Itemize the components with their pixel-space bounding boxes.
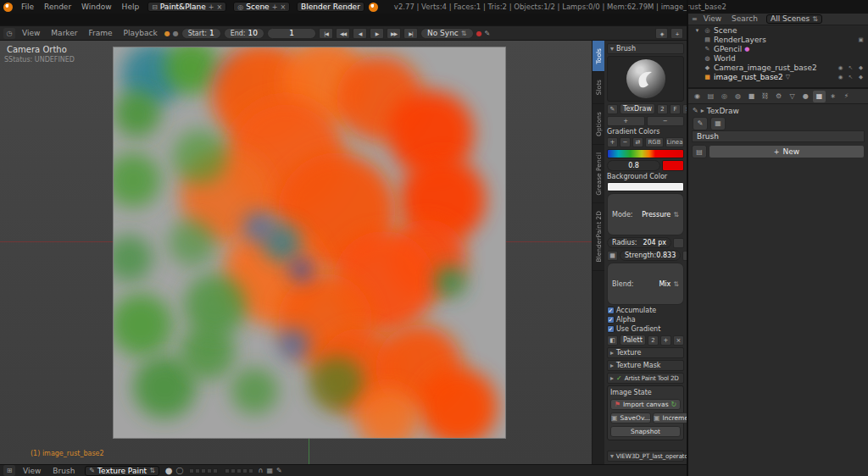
render-preview-icon[interactable]: ▦ [266, 467, 273, 474]
renderable-camera-icon[interactable]: ◆ [857, 64, 865, 71]
end-frame-field[interactable]: End: 10 [224, 28, 264, 39]
viewport-editor-icon[interactable]: ⊞ [3, 465, 15, 476]
strength-slider[interactable]: Strength: 0.833 [620, 250, 681, 261]
keying-set-add-icon[interactable]: + [670, 28, 683, 39]
play-button[interactable]: ▶ [370, 28, 384, 39]
outliner-row-scene[interactable]: ▾ ◎ Scene [688, 25, 868, 35]
gradient-ramp[interactable] [607, 149, 684, 158]
screen-layout-selector[interactable]: ⊟ Paint&Plane + × [147, 2, 226, 12]
timeline-editor-icon[interactable]: ◷ [3, 28, 15, 39]
jump-to-start-button[interactable]: |◀ [319, 28, 333, 39]
next-keyframe-button[interactable]: ▶▶ [387, 28, 401, 39]
viewport-3d[interactable]: Camera Ortho SStatus: UNDEFINED (1) imag… [0, 41, 592, 464]
selectable-cursor-icon[interactable]: ↖ [847, 64, 854, 71]
incremental-save-button[interactable]: ▣ Increme... [653, 412, 687, 423]
accumulate-checkbox[interactable]: ✓ [607, 307, 615, 314]
ramp-add-button[interactable]: + [607, 137, 618, 147]
stroke-pencil-icon[interactable]: ✎ [276, 467, 282, 474]
accumulate-checkbox-row[interactable]: ✓ Accumulate [607, 307, 684, 314]
ramp-flip-icon[interactable]: ⇄ [632, 137, 643, 147]
timeline-menu-marker[interactable]: Marker [47, 29, 81, 37]
alpha-checkbox-row[interactable]: ✓ Alpha [607, 316, 684, 324]
alpha-checkbox[interactable]: ✓ [607, 316, 615, 324]
menu-file[interactable]: File [17, 3, 38, 11]
record-icon[interactable]: ● [476, 30, 482, 37]
tab-options[interactable]: Options [593, 104, 604, 145]
tab-blenderpaint-2d[interactable]: BlenderPaint 2D [593, 203, 604, 271]
preview-range-icon[interactable]: ● [164, 30, 170, 37]
viewport-shading-icon[interactable]: ● [165, 466, 173, 475]
add-scene-icon[interactable]: + [272, 3, 278, 11]
addon-check-icon[interactable]: ✓ [616, 374, 622, 382]
renderable-camera-icon[interactable]: ◆ [857, 74, 865, 80]
radius-pressure-icon[interactable] [673, 238, 684, 248]
new-texture-button[interactable]: + New [709, 145, 865, 158]
outliner-item-label[interactable]: image_rust_base2 [714, 73, 783, 81]
snapshot-button[interactable]: Snapshot [610, 426, 681, 437]
timeline-menu-playback[interactable]: Playback [120, 29, 162, 37]
menu-window[interactable]: Window [77, 3, 116, 11]
layers-group-2[interactable] [225, 468, 253, 473]
scene-name[interactable]: Scene [246, 3, 269, 11]
outliner-item-label[interactable]: RenderLayers [714, 36, 854, 44]
strength-curve-icon[interactable]: ▦ [607, 251, 618, 261]
tab-physics-icon[interactable]: ⚡ [840, 91, 853, 102]
remove-brush-button[interactable]: − [647, 116, 685, 126]
scene-selector[interactable]: ◎ Scene + × [233, 2, 290, 12]
area-divider[interactable] [687, 0, 688, 476]
tab-modifiers-icon[interactable]: ⚙ [772, 91, 785, 102]
save-over-button[interactable]: ▣ SaveOv... [610, 412, 651, 423]
tab-data-icon[interactable]: ▽ [786, 91, 798, 102]
outliner-row-image-object[interactable]: ■ image_rust_base2 ▽ ◉ ↖ ◆ [688, 72, 868, 81]
tab-render-icon[interactable]: ◉ [691, 91, 704, 102]
add-brush-button[interactable]: + [607, 116, 645, 126]
visibility-eye-icon[interactable]: ◉ [837, 64, 844, 71]
brush-context-icon[interactable]: ✎ [693, 117, 708, 130]
outliner-menu-view[interactable]: View [699, 14, 726, 23]
mode-dropdown[interactable]: ✎ Texture Paint ⇅ [85, 466, 159, 476]
snap-magnet-icon[interactable]: ∩ [259, 467, 264, 474]
timeline-menu-frame[interactable]: Frame [84, 29, 116, 37]
texture-mask-panel-header[interactable]: ▸ Texture Mask [607, 360, 684, 371]
pivot-center-icon[interactable]: ◯ [176, 467, 184, 474]
layers-group-1[interactable] [189, 468, 218, 473]
ramp-color-swatch[interactable] [662, 160, 684, 171]
disclosure-down-icon[interactable]: ▾ [693, 27, 701, 34]
renderlayer-render-icon[interactable]: ▣ [857, 36, 865, 43]
render-engine-name[interactable]: Blender Render [301, 3, 360, 11]
timeline-menu-view[interactable]: View [18, 29, 44, 37]
paint-canvas[interactable] [113, 47, 506, 439]
outliner-row-renderlayers[interactable]: ▤ RenderLayers ▣ [688, 35, 868, 44]
artist-paint-tool-panel-header[interactable]: ▸ ✓ Artist Paint Tool 2D [607, 373, 684, 384]
background-color-swatch[interactable] [607, 182, 684, 191]
blender-logo-icon[interactable] [3, 3, 13, 12]
visibility-eye-icon[interactable]: ◉ [837, 74, 844, 80]
tab-scene-icon[interactable]: ◎ [718, 91, 731, 102]
outliner-item-label[interactable]: Camera_image_rust_base2 [714, 64, 834, 72]
tab-world-icon[interactable]: ◍ [732, 91, 744, 102]
radius-slider[interactable]: Radius: 204 px [607, 237, 671, 248]
selectable-cursor-icon[interactable]: ↖ [847, 74, 854, 80]
ramp-position-field[interactable]: 0.8 [607, 160, 660, 171]
menu-render[interactable]: Render [40, 3, 75, 11]
tab-slots[interactable]: Slots [593, 72, 604, 103]
outliner-row-camera[interactable]: ◆ Camera_image_rust_base2 ◉ ↖ ◆ [688, 63, 868, 72]
outliner-display-dropdown[interactable]: All Scenes ⇅ [766, 14, 822, 24]
palette-add-button[interactable]: + [660, 335, 671, 346]
tab-grease-pencil[interactable]: Grease Pencil [593, 145, 604, 204]
outliner-editor-icon[interactable]: ≡ [692, 15, 698, 23]
brush-name-field[interactable]: TexDraw [620, 103, 655, 114]
current-frame-field[interactable]: 1 [267, 28, 316, 39]
import-canvas-button[interactable]: ⚑ Import canvas ↻ [610, 399, 681, 410]
texture-panel-header[interactable]: ▸ Texture [607, 347, 684, 358]
lock-frame-icon[interactable]: ● [173, 30, 179, 37]
tab-tools[interactable]: Tools [593, 41, 604, 72]
outliner-row-world[interactable]: ◍ World [688, 53, 868, 63]
last-operator-panel-header[interactable]: ▾ VIEW3D_PT_last_operator [607, 451, 684, 462]
screen-layout-name[interactable]: Paint&Plane [160, 3, 206, 11]
menu-help[interactable]: Help [118, 3, 144, 11]
start-frame-field[interactable]: Start: 1 [181, 28, 221, 39]
use-gradient-checkbox-row[interactable]: ✓ Use Gradient [607, 325, 684, 333]
delete-layout-icon[interactable]: × [217, 3, 223, 11]
add-layout-icon[interactable]: + [209, 3, 214, 11]
